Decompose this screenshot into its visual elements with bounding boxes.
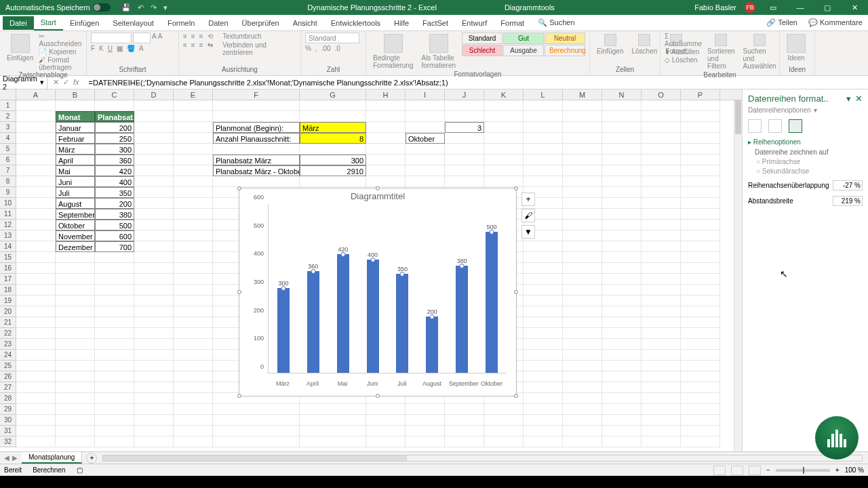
tab-ansicht[interactable]: Ansicht <box>286 16 324 30</box>
autosum-button[interactable]: Σ AutoSumme <box>665 33 702 47</box>
share-button[interactable]: 🔗 Teilen <box>761 16 803 30</box>
close-icon[interactable]: ✕ <box>845 3 864 12</box>
underline-icon[interactable]: U <box>108 45 113 52</box>
tab-start[interactable]: Start <box>34 16 63 30</box>
enter-formula-icon[interactable]: ✓ <box>63 78 69 87</box>
tab-format[interactable]: Format <box>494 16 531 30</box>
tab-ueberpruefen[interactable]: Überprüfen <box>235 16 286 30</box>
zoom-slider[interactable] <box>776 469 830 472</box>
add-sheet-button[interactable]: + <box>86 453 97 464</box>
grow-font-icon[interactable]: A <box>152 33 157 43</box>
zoom-in-button[interactable]: + <box>835 466 840 474</box>
gap-width-label: Abstandsbreite <box>748 197 793 205</box>
series-options-section[interactable]: Reihenoptionen <box>753 138 801 146</box>
find-select-button[interactable]: Suchen und Auswählen <box>741 33 779 71</box>
svg-rect-0 <box>827 439 830 447</box>
paste-button[interactable]: Einfügen <box>4 33 36 63</box>
ideas-button[interactable]: Ideen <box>784 33 808 63</box>
zoom-out-button[interactable]: − <box>766 466 770 474</box>
chart-filter-button[interactable]: ▼ <box>521 225 535 239</box>
chart-title[interactable]: Diagrammtitel <box>239 188 516 204</box>
series-overlap-input[interactable] <box>833 180 863 190</box>
chart-styles-button[interactable]: 🖌 <box>521 209 535 222</box>
font-name-select[interactable] <box>91 33 132 43</box>
panel-subtitle[interactable]: Datenreihenoptionen <box>748 106 811 114</box>
save-icon[interactable]: 💾 <box>121 3 131 12</box>
status-bar: Bereit Berechnen ▢ − + 100 % <box>0 464 868 476</box>
chart-elements-button[interactable]: + <box>521 192 535 206</box>
tab-hilfe[interactable]: Hilfe <box>387 16 416 30</box>
fill-button[interactable]: ⬇ Ausfüllen <box>665 48 702 56</box>
fill-color-icon[interactable]: 🪣 <box>127 45 135 52</box>
primary-axis-radio[interactable]: ○ Primärachse <box>756 158 863 165</box>
tab-factset[interactable]: FactSet <box>416 16 455 30</box>
zoom-level[interactable]: 100 % <box>845 466 864 474</box>
undo-icon[interactable]: ↶ <box>138 3 144 12</box>
sheet-nav-prev-icon[interactable]: ◀ <box>4 454 9 462</box>
redo-icon[interactable]: ↷ <box>151 3 157 12</box>
italic-icon[interactable]: K <box>99 45 104 52</box>
tab-suchen[interactable]: 🔍 Suchen <box>531 16 581 30</box>
format-painter-button[interactable]: 🖌 Format übertragen <box>39 56 82 71</box>
page-layout-view-button[interactable] <box>731 466 743 475</box>
wrap-text-button[interactable]: Textumbruch <box>222 33 261 40</box>
chart-data-series[interactable]: 300360420400350200380500 <box>268 204 507 373</box>
number-format-select[interactable]: Standard <box>305 33 359 43</box>
sheet-nav-next-icon[interactable]: ▶ <box>12 454 18 462</box>
panel-close-icon[interactable]: ✕ <box>855 94 863 104</box>
tab-entwurf[interactable]: Entwurf <box>455 16 494 30</box>
effects-tab-icon[interactable] <box>768 119 782 133</box>
fx-icon[interactable]: fx <box>73 78 79 87</box>
sort-filter-button[interactable]: Sortieren und Filtern <box>705 33 738 71</box>
tab-einfuegen[interactable]: Einfügen <box>63 16 106 30</box>
comments-button[interactable]: 💬 Kommentare <box>803 16 868 30</box>
tab-datei[interactable]: Datei <box>3 16 34 30</box>
merge-button[interactable]: Verbinden und zentrieren <box>222 41 296 56</box>
vertical-scrollbar[interactable] <box>734 100 742 451</box>
macro-record-icon[interactable]: ▢ <box>77 466 83 474</box>
font-color-icon[interactable]: A <box>139 45 144 52</box>
tab-formeln[interactable]: Formeln <box>161 16 201 30</box>
panel-dropdown-icon[interactable]: ▾ <box>846 94 851 104</box>
copy-button[interactable]: 📄 Kopieren <box>39 48 82 56</box>
user-avatar[interactable]: FB <box>745 2 755 13</box>
cut-button[interactable]: ✂ Ausschneiden <box>39 33 82 47</box>
formula-bar: Diagramm 2▾ ✕✓fx =DATENREIHE(;'Dynamisch… <box>0 76 868 89</box>
panel-title: Datenreihen format.. <box>748 94 829 104</box>
clear-button[interactable]: ◇ Löschen <box>665 56 702 64</box>
minimize-icon[interactable]: — <box>791 3 810 12</box>
channel-logo <box>815 416 859 460</box>
ribbon-options-icon[interactable]: ▭ <box>764 3 783 12</box>
worksheet-grid[interactable]: A B C D E F G H I J K L M N O P 12MonatP… <box>0 89 742 451</box>
secondary-axis-radio[interactable]: ○ Sekundärachse <box>756 167 863 175</box>
conditional-format-button[interactable]: Bedingte Formatierung <box>370 33 416 70</box>
formula-input[interactable]: =DATENREIHE(;'Dynamische Planungsschritt… <box>85 79 868 87</box>
normal-view-button[interactable] <box>713 466 726 475</box>
delete-cells-button[interactable]: Löschen <box>629 33 660 56</box>
fill-line-tab-icon[interactable] <box>748 119 762 133</box>
tab-daten[interactable]: Daten <box>201 16 235 30</box>
border-icon[interactable]: ▦ <box>117 45 123 52</box>
page-break-view-button[interactable] <box>749 466 761 475</box>
svg-rect-4 <box>844 439 846 447</box>
tab-seitenlayout[interactable]: Seitenlayout <box>106 16 161 30</box>
insert-cells-button[interactable]: Einfügen <box>594 33 626 56</box>
shrink-font-icon[interactable]: A <box>158 33 163 43</box>
cell-styles-gallery[interactable]: Standard Gut Neutral Schlecht Ausgabe Be… <box>462 33 585 56</box>
maximize-icon[interactable]: ▢ <box>818 3 837 12</box>
series-options-tab-icon[interactable] <box>789 119 802 133</box>
format-as-table-button[interactable]: Als Tabelle formatieren <box>418 33 459 70</box>
horizontal-scrollbar[interactable] <box>102 455 863 462</box>
font-size-select[interactable] <box>133 33 151 43</box>
gap-width-input[interactable] <box>833 196 863 206</box>
group-align-label: Ausrichtung <box>183 66 296 74</box>
sheet-tab-monatsplanung[interactable]: Monatsplanung <box>22 452 82 464</box>
tab-entwicklertools[interactable]: Entwicklertools <box>324 16 387 30</box>
col-header[interactable]: A <box>16 89 56 100</box>
bold-icon[interactable]: F <box>91 45 95 52</box>
cancel-formula-icon[interactable]: ✕ <box>53 78 59 87</box>
chart-object[interactable]: + 🖌 ▼ Diagrammtitel 0100200300400500600 … <box>239 188 517 396</box>
select-all-corner[interactable] <box>0 89 16 100</box>
name-box[interactable]: Diagramm 2▾ <box>0 75 47 91</box>
autosave-toggle[interactable]: Automatisches Speichern <box>5 3 111 12</box>
